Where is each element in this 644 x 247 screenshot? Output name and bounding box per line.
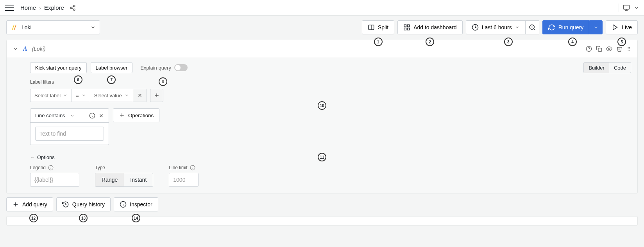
grid-icon (403, 24, 410, 31)
operator-dropdown[interactable]: = (72, 89, 90, 102)
svg-line-3 (72, 6, 74, 7)
label-filter-segment: Select label = Select value (30, 89, 147, 102)
svg-point-2 (73, 9, 75, 10)
select-value-dropdown[interactable]: Select value (90, 89, 133, 102)
eye-icon[interactable] (606, 46, 612, 52)
split-button[interactable]: Split (362, 20, 394, 34)
chevron-right-icon: › (39, 4, 41, 11)
chevron-down-icon[interactable] (70, 113, 75, 118)
label-filter-row: Select label = Select value (7, 89, 637, 108)
time-range-picker[interactable]: Last 6 hours (466, 20, 525, 34)
menu-toggle[interactable] (5, 3, 14, 13)
query-header-actions (586, 46, 631, 52)
operations-button[interactable]: Operations (113, 108, 159, 122)
svg-point-24 (629, 47, 630, 48)
line-limit-input[interactable] (169, 173, 199, 187)
svg-line-4 (72, 8, 74, 9)
svg-point-27 (628, 50, 629, 51)
drag-handle-icon[interactable] (626, 46, 631, 52)
refresh-icon (548, 24, 555, 31)
code-mode[interactable]: Code (609, 63, 631, 73)
time-range-group: Last 6 hours 3 (466, 20, 539, 34)
svg-rect-12 (404, 28, 406, 30)
svg-point-22 (608, 48, 610, 50)
help-icon[interactable] (586, 46, 592, 52)
breadcrumb-explore[interactable]: Explore (44, 4, 64, 11)
share-icon[interactable] (70, 5, 76, 11)
query-header: A (Loki) (7, 40, 637, 57)
svg-rect-13 (408, 28, 410, 30)
run-query-dropdown[interactable] (589, 20, 603, 34)
datasource-picker[interactable]: Loki (6, 20, 100, 34)
kickstart-query-button[interactable]: Kick start your query (30, 62, 87, 73)
bottom-actions: Add query 12 Query history 13 Inspector … (6, 197, 638, 211)
line-contains-box: Line contains (30, 108, 109, 145)
chevron-down-icon[interactable] (634, 5, 639, 11)
datasource-name: Loki (21, 24, 32, 30)
explain-toggle[interactable] (174, 64, 188, 71)
svg-rect-21 (598, 48, 602, 52)
svg-point-1 (70, 7, 72, 9)
svg-marker-18 (613, 25, 617, 30)
type-range[interactable]: Range (95, 173, 124, 186)
add-query-button[interactable]: Add query (6, 197, 53, 211)
close-icon (137, 93, 143, 98)
svg-point-28 (629, 50, 630, 51)
builder-mode[interactable]: Builder (584, 63, 609, 73)
query-history-button[interactable]: Query history (56, 197, 111, 211)
plus-icon (12, 201, 19, 208)
breadcrumb-home[interactable]: Home (20, 4, 36, 11)
query-letter: A (23, 45, 27, 52)
svg-line-16 (534, 29, 535, 30)
breadcrumbs: Home › Explore (20, 4, 64, 11)
split-icon (368, 24, 375, 31)
chevron-down-icon (515, 25, 520, 30)
chevron-down-icon (90, 25, 96, 30)
query-ds-hint: (Loki) (32, 46, 46, 52)
label-browser-button[interactable]: Label browser (91, 62, 133, 73)
chevron-down-icon (124, 93, 129, 98)
explain-query-toggle: Explain query 8 (140, 64, 188, 71)
live-button[interactable]: Live (606, 20, 638, 34)
info-icon[interactable] (190, 165, 195, 170)
add-to-dashboard-button[interactable]: Add to dashboard (397, 20, 463, 34)
svg-point-0 (73, 5, 75, 7)
explore-main: Loki Split 1 Add to dashboard 2 Last 6 h… (0, 16, 644, 247)
options-toggle[interactable]: Options (30, 151, 631, 165)
run-query-button[interactable]: Run query (542, 20, 590, 34)
info-icon (120, 201, 127, 208)
top-bar: Home › Explore (0, 0, 644, 16)
chevron-down-icon (63, 93, 68, 98)
query-type-toggle: Range Instant (95, 173, 153, 187)
zoom-out-button[interactable] (525, 20, 539, 34)
type-label: Type (95, 165, 153, 170)
options-block: Options 11 Legend Type Range (7, 151, 637, 193)
select-label-dropdown[interactable]: Select label (30, 89, 72, 102)
chevron-down-icon (594, 25, 598, 30)
play-icon (612, 24, 619, 31)
svg-point-23 (628, 47, 629, 48)
chevron-down-icon (30, 155, 35, 160)
collapse-toggle[interactable] (13, 46, 18, 52)
remove-filter-button[interactable] (133, 89, 147, 102)
line-contains-label: Line contains (35, 113, 65, 118)
info-icon[interactable] (89, 113, 95, 119)
plus-icon (154, 92, 160, 98)
legend-label: Legend (30, 165, 79, 170)
monitor-icon[interactable] (623, 4, 630, 11)
copy-icon[interactable] (596, 46, 602, 52)
inspector-button[interactable]: Inspector (114, 197, 158, 211)
explore-toolbar: Loki Split 1 Add to dashboard 2 Last 6 h… (6, 20, 638, 34)
trash-icon[interactable] (616, 46, 623, 52)
query-panel: A (Loki) Kick start your query 6 Label b… (6, 40, 638, 193)
add-filter-button[interactable] (150, 89, 163, 102)
svg-rect-10 (404, 25, 406, 27)
chevron-down-icon (81, 93, 86, 98)
legend-input[interactable] (30, 173, 79, 187)
text-to-find-input[interactable] (35, 127, 104, 141)
info-icon[interactable] (48, 165, 54, 170)
divider (619, 4, 619, 12)
svg-point-26 (629, 48, 630, 49)
type-instant[interactable]: Instant (124, 173, 153, 186)
close-icon[interactable] (98, 113, 104, 118)
